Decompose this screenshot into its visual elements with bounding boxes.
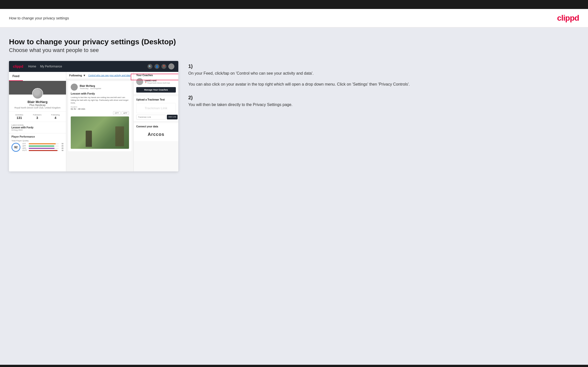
feed-header: Following ▼ Control who can see your act… [66, 72, 133, 79]
profile-handicap: Plus Handicap [11, 104, 64, 106]
latest-activity-label: Latest Activity [11, 124, 64, 126]
trackman-title: Upload a Trackman Test [136, 98, 176, 101]
duration-value: 01 hr : 30 min [71, 108, 129, 110]
total-player-quality-label: Total Player Quality [11, 140, 64, 142]
trackman-section: Upload a Trackman Test Trackman Link Add… [134, 96, 178, 122]
user-avatar[interactable] [168, 63, 174, 69]
feed-post: Blair McHarg Yesterday · Sunningdale Les… [68, 81, 131, 151]
main-content: How to change your privacy settings (Des… [0, 28, 588, 365]
profile-icon[interactable]: 👤 [154, 64, 159, 69]
app-feed: Following ▼ Control who can see your act… [66, 72, 133, 171]
connect-section: Connect your data Arccos [134, 123, 178, 141]
instruction-2: 2) You will then be taken directly to th… [188, 95, 579, 108]
post-body: Looking to feel like my hands are exitin… [71, 96, 129, 105]
instructions: 1) On your Feed, click/tap on 'Control w… [188, 61, 579, 118]
profile-name: Blair McHarg [11, 100, 64, 104]
bar-arg: ARG 86 [22, 147, 64, 149]
manage-coaches-button[interactable]: Manage Your Coaches [136, 87, 176, 93]
location-icon[interactable]: 📍 [161, 64, 166, 69]
stat-followers: Followers 3 [33, 114, 41, 120]
stat-activities-value: 131 [15, 116, 23, 120]
stat-following-value: 4 [51, 116, 60, 120]
golfer-silhouette [86, 131, 92, 147]
post-tags: OTT APP [71, 111, 129, 115]
app-body: Feed Blair McHarg Plus Handicap Royal No… [9, 72, 178, 171]
post-duration: Duration 01 hr : 30 min [71, 106, 129, 110]
page-subtitle: Choose what you want people to see [9, 47, 579, 53]
latest-activity: Latest Activity Lesson with Fordy 03 Aug… [9, 122, 66, 133]
top-bar [0, 0, 588, 9]
feed-tab[interactable]: Feed [9, 72, 23, 81]
nav-link-performance[interactable]: My Performance [40, 65, 62, 68]
profile-avatar [32, 88, 43, 99]
stat-following: Following 4 [51, 114, 60, 120]
tag-app: APP [122, 111, 129, 115]
header-title: How to change your privacy settings [9, 16, 69, 20]
instruction-1-number: 1) [188, 63, 579, 69]
trackman-add-link-button[interactable]: Add Link [167, 115, 178, 119]
app-right-panel: Your Coaches David Ford 📍 Royal North De… [133, 72, 178, 171]
content-layout: clippd Home My Performance 🔍 👤 📍 Feed [9, 61, 579, 171]
page-title: How to change your privacy settings (Des… [9, 38, 579, 46]
clippd-logo: clippd [557, 13, 579, 23]
stat-followers-label: Followers [33, 114, 41, 116]
site-footer: Copyright Clippd 2022 [0, 365, 588, 367]
coach-item: David Ford 📍 Royal North Devon Golf Club [136, 78, 176, 85]
post-title: Lesson with Fordy [71, 92, 129, 95]
page-title-block: How to change your privacy settings (Des… [9, 38, 579, 53]
profile-hero [9, 81, 66, 95]
post-author-name: Blair McHarg [80, 85, 101, 87]
instruction-1: 1) On your Feed, click/tap on 'Control w… [188, 63, 579, 87]
stat-following-label: Following [51, 114, 60, 116]
pp-body: 92 OTT 90 APP 85 [11, 143, 64, 152]
latest-activity-name: Lesson with Fordy [11, 126, 64, 129]
post-author: Blair McHarg Yesterday · Sunningdale [71, 84, 129, 91]
nav-link-home[interactable]: Home [28, 65, 36, 68]
post-author-meta: Yesterday · Sunningdale [80, 87, 101, 90]
trackman-input-row: Add Link [136, 115, 176, 119]
coach-avatar [136, 78, 143, 85]
arccos-logo: Arccos [136, 130, 176, 139]
post-author-info: Blair McHarg Yesterday · Sunningdale [80, 85, 101, 90]
tag-ott: OTT [113, 111, 121, 115]
instruction-2-number: 2) [188, 95, 579, 101]
quality-score: 92 [11, 143, 20, 152]
app-sidebar: Feed Blair McHarg Plus Handicap Royal No… [9, 72, 66, 171]
control-privacy-link[interactable]: Control who can see your activity and da… [88, 74, 131, 77]
app-nav: clippd Home My Performance 🔍 👤 📍 [9, 61, 178, 72]
site-header: How to change your privacy settings clip… [0, 9, 588, 28]
bar-app: APP 85 [22, 145, 64, 147]
trackman-input[interactable] [136, 115, 166, 119]
stat-activities: Activities 131 [15, 114, 23, 120]
connect-title: Connect your data [136, 125, 176, 128]
instruction-1-text: On your Feed, click/tap on 'Control who … [188, 70, 579, 77]
coaches-title: Your Coaches [136, 74, 176, 77]
post-image-overlay [115, 126, 124, 146]
profile-info: Blair McHarg Plus Handicap Royal North D… [9, 100, 66, 111]
app-nav-right: 🔍 👤 📍 [147, 63, 174, 69]
post-avatar [71, 84, 78, 91]
profile-club: Royal North Devon Golf Club, United King… [11, 106, 64, 109]
app-nav-logo: clippd [13, 64, 23, 68]
coaches-section: Your Coaches David Ford 📍 Royal North De… [134, 72, 178, 95]
stat-activities-label: Activities [15, 114, 23, 116]
stat-followers-value: 3 [33, 116, 41, 120]
latest-activity-date: 03 Aug 2022 [11, 129, 64, 131]
search-icon[interactable]: 🔍 [147, 64, 152, 69]
app-screenshot: clippd Home My Performance 🔍 👤 📍 Feed [9, 61, 178, 171]
player-performance: Player Performance Total Player Quality … [9, 133, 66, 154]
coach-club: 📍 Royal North Devon Golf Club [145, 82, 170, 84]
player-performance-title: Player Performance [11, 135, 64, 138]
bar-putt: PUTT 96 [22, 150, 64, 151]
coach-name: David Ford [145, 79, 170, 82]
instruction-2-text: You will then be taken directly to the P… [188, 102, 579, 108]
coach-info: David Ford 📍 Royal North Devon Golf Club [145, 79, 170, 84]
following-button[interactable]: Following ▼ [69, 74, 86, 77]
profile-stats: Activities 131 Followers 3 Following 4 [9, 111, 66, 122]
trackman-placeholder: Trackman Link [136, 103, 176, 113]
bar-ott: OTT 90 [22, 143, 64, 145]
post-image [71, 116, 129, 149]
instruction-1-extra: You can also click on your avatar in the… [188, 81, 579, 88]
duration-label: Duration [71, 106, 129, 108]
app-nav-links: Home My Performance [28, 65, 62, 68]
